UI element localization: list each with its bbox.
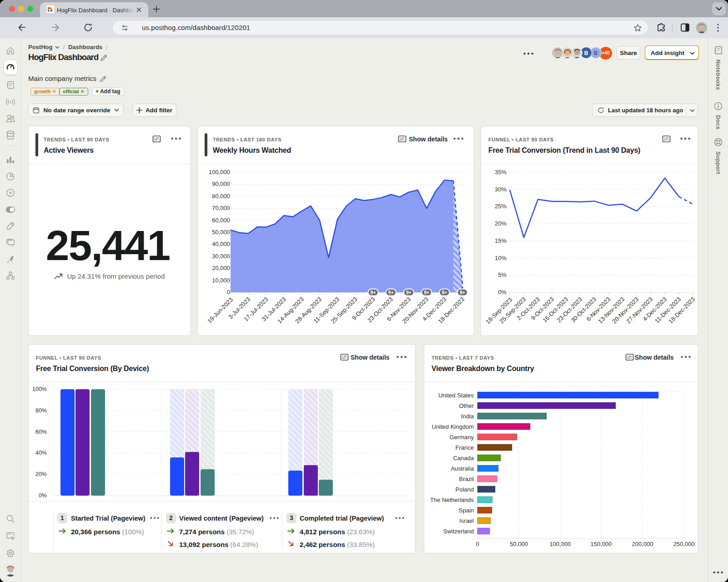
svg-text:15%: 15% <box>495 237 507 244</box>
svg-text:United Kingdom: United Kingdom <box>432 423 474 430</box>
svg-text:Australia: Australia <box>451 465 474 472</box>
svg-text:250,000: 250,000 <box>673 541 695 547</box>
svg-text:50,000: 50,000 <box>510 541 528 547</box>
svg-text:France: France <box>456 444 474 451</box>
svg-text:Brazil: Brazil <box>459 476 474 482</box>
svg-text:35%: 35% <box>495 169 507 176</box>
svg-text:40,000: 40,000 <box>212 241 230 247</box>
svg-text:60,000: 60,000 <box>212 217 230 224</box>
svg-text:60%: 60% <box>35 429 47 435</box>
svg-text:100,000: 100,000 <box>209 169 230 176</box>
svg-text:United States: United States <box>438 392 474 399</box>
svg-text:10%: 10% <box>495 255 507 261</box>
svg-text:70,000: 70,000 <box>212 205 230 211</box>
svg-text:40%: 40% <box>35 450 47 456</box>
svg-text:30,000: 30,000 <box>212 253 230 260</box>
svg-text:The Netherlands: The Netherlands <box>430 497 474 503</box>
svg-text:India: India <box>461 413 474 420</box>
svg-text:Spain: Spain <box>459 507 474 514</box>
svg-text:80%: 80% <box>35 407 47 414</box>
svg-text:9+: 9+ <box>460 290 465 295</box>
svg-text:30%: 30% <box>495 186 507 193</box>
svg-text:9+: 9+ <box>442 290 447 295</box>
svg-text:Canada: Canada <box>453 455 474 462</box>
svg-text:9+: 9+ <box>424 290 429 295</box>
svg-text:0%: 0% <box>39 492 47 499</box>
svg-text:Other: Other <box>459 402 474 409</box>
svg-text:19-Jun-2023: 19-Jun-2023 <box>206 296 234 325</box>
svg-text:25%: 25% <box>495 203 507 210</box>
svg-text:10,000: 10,000 <box>212 277 230 284</box>
svg-text:20%: 20% <box>35 471 47 477</box>
svg-text:9+: 9+ <box>406 290 412 295</box>
svg-text:80,000: 80,000 <box>212 193 230 200</box>
svg-text:0: 0 <box>227 289 230 296</box>
svg-text:9+: 9+ <box>371 290 376 295</box>
svg-text:Israel: Israel <box>459 517 474 524</box>
svg-text:100%: 100% <box>32 386 47 392</box>
svg-text:90,000: 90,000 <box>212 181 230 187</box>
svg-text:9+: 9+ <box>388 290 394 295</box>
svg-text:20%: 20% <box>495 220 507 227</box>
svg-text:200,000: 200,000 <box>632 541 653 547</box>
svg-text:Germany: Germany <box>450 434 474 441</box>
svg-text:150,000: 150,000 <box>591 541 612 547</box>
svg-text:50,000: 50,000 <box>212 229 230 236</box>
svg-text:100,000: 100,000 <box>550 541 571 547</box>
svg-text:20,000: 20,000 <box>212 265 230 271</box>
svg-text:Switzerland: Switzerland <box>443 528 474 535</box>
svg-text:0: 0 <box>476 541 479 547</box>
svg-text:Poland: Poland <box>456 486 474 493</box>
svg-text:5%: 5% <box>498 271 507 278</box>
svg-text:0%: 0% <box>498 289 507 296</box>
